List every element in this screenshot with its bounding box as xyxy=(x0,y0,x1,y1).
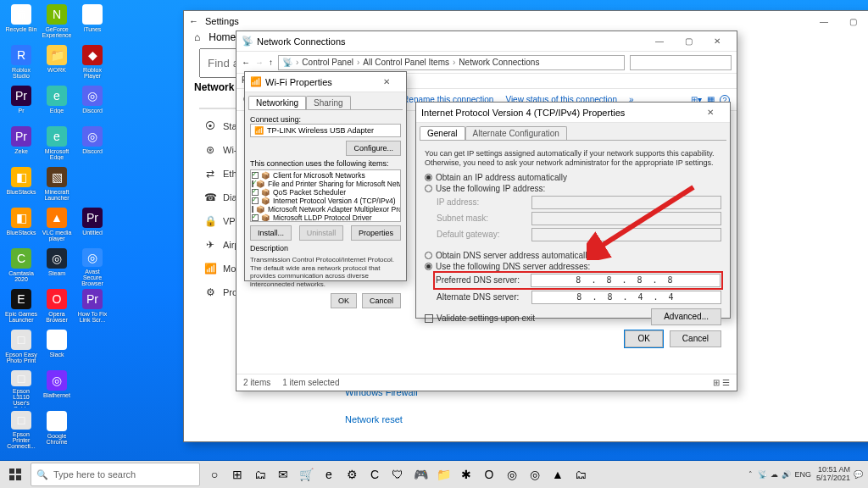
desktop-icon[interactable]: □Epson Easy Photo Print xyxy=(4,330,38,367)
items-listbox[interactable]: 📦Client for Microsoft Networks📦File and … xyxy=(250,169,401,222)
radio-ip-manual[interactable]: Use the following IP address: xyxy=(425,184,721,193)
advanced-button[interactable]: Advanced... xyxy=(651,308,721,325)
tray-icon[interactable]: 🔊 xyxy=(782,470,791,479)
desktop-icon[interactable]: PrUntitled xyxy=(75,208,109,245)
desktop-icon[interactable]: ◎Discord xyxy=(75,86,109,123)
desktop-icon[interactable]: eEdge xyxy=(40,86,74,123)
nav-up-icon[interactable]: ↑ xyxy=(269,58,273,67)
desktop-icon[interactable]: ◧BlueStacks xyxy=(4,167,38,204)
tab-alt-config[interactable]: Alternate Configuration xyxy=(465,126,567,140)
taskbar-app[interactable]: ○ xyxy=(203,463,225,486)
network-item[interactable]: 📦QoS Packet Scheduler xyxy=(252,188,399,197)
network-item[interactable]: 📦Client for Microsoft Networks xyxy=(252,171,399,180)
checkbox-icon[interactable] xyxy=(252,206,253,213)
desktop-icon[interactable]: □Epson L3110 User's Guide xyxy=(4,370,38,408)
close-icon[interactable]: ✕ xyxy=(696,103,725,122)
desktop-icon[interactable]: eMicrosoft Edge xyxy=(40,126,74,164)
checkbox-icon[interactable] xyxy=(252,214,259,221)
desktop-icon[interactable]: PrPr xyxy=(4,86,38,123)
taskbar-app[interactable]: 📁 xyxy=(432,463,454,486)
desktop-icon[interactable]: ▧Minecraft Launcher xyxy=(40,167,74,204)
desktop-icon[interactable]: □Epson Printer Connecti... xyxy=(4,411,38,448)
validate-checkbox[interactable]: Validate settings upon exit xyxy=(425,313,535,323)
taskbar-app[interactable]: C xyxy=(364,463,386,486)
desktop-icon[interactable]: OOpera Browser xyxy=(40,289,74,326)
desktop-icon[interactable] xyxy=(75,167,109,204)
taskbar-app[interactable]: e xyxy=(318,463,340,486)
taskbar-app[interactable]: ⊞ xyxy=(226,463,248,486)
minimize-icon[interactable]: — xyxy=(645,32,674,51)
network-item[interactable]: 📦Microsoft LLDP Protocol Driver xyxy=(252,214,399,222)
taskbar-app[interactable]: ✱ xyxy=(455,463,477,486)
notifications-icon[interactable]: 💬 xyxy=(854,470,863,479)
taskbar-app[interactable]: 🗂 xyxy=(249,463,271,486)
tray-icon[interactable]: 📡 xyxy=(758,470,767,479)
network-item[interactable]: 📦Internet Protocol Version 4 (TCP/IPv4) xyxy=(252,197,399,205)
desktop-icon[interactable]: ♫iTunes xyxy=(75,4,109,42)
desktop-icon[interactable]: ◧BlueStacks xyxy=(4,208,38,245)
ok-button[interactable]: OK xyxy=(331,293,357,308)
desktop-icon[interactable]: NGeForce Experience xyxy=(40,4,74,42)
taskbar-app[interactable]: ⚙ xyxy=(341,463,363,486)
taskbar-app[interactable]: ◎ xyxy=(501,463,523,486)
cancel-button[interactable]: Cancel xyxy=(362,293,401,308)
tray-icon[interactable]: ☁ xyxy=(771,470,778,479)
maximize-icon[interactable]: ▢ xyxy=(838,12,867,30)
view-mode-icons[interactable]: ⊞ ☰ xyxy=(713,378,730,387)
radio-dns-manual[interactable]: Use the following DNS server addresses: xyxy=(425,262,721,271)
desktop-icon[interactable]: ▲VLC media player xyxy=(40,208,74,245)
home-icon[interactable]: ⌂ xyxy=(194,31,200,43)
alternate-dns-input[interactable]: 8 . 8 . 4 . 4 xyxy=(531,291,721,304)
desktop-icon[interactable]: RRoblox Studio xyxy=(4,45,38,82)
tab-general[interactable]: General xyxy=(420,126,465,140)
configure-button[interactable]: Configure... xyxy=(346,141,401,156)
ok-button[interactable]: OK xyxy=(625,330,662,347)
close-icon[interactable]: ✕ xyxy=(703,32,732,51)
desktop-icon[interactable]: ◎Google Chrome xyxy=(40,411,74,448)
checkbox-icon[interactable] xyxy=(252,180,253,187)
taskbar-search[interactable]: 🔍Type here to search xyxy=(31,463,200,486)
desktop-icon[interactable]: ◎Blathernet xyxy=(40,370,74,408)
tray-chevron-icon[interactable]: ˄ xyxy=(748,470,753,479)
maximize-icon[interactable]: ▢ xyxy=(674,32,703,51)
desktop-icon[interactable]: ✱Slack xyxy=(40,330,74,367)
taskbar-app[interactable]: ✉ xyxy=(272,463,294,486)
desktop-icon[interactable]: PrZeke xyxy=(4,126,38,164)
desktop-icon[interactable]: 📁WORK xyxy=(40,45,74,82)
network-item[interactable]: 📦File and Printer Sharing for Microsoft … xyxy=(252,180,399,188)
desktop-icon[interactable]: ◆Roblox Player xyxy=(75,45,109,82)
tab-sharing[interactable]: Sharing xyxy=(306,96,350,109)
close-icon[interactable]: ✕ xyxy=(372,73,401,92)
properties-button[interactable]: Properties xyxy=(351,225,401,241)
desktop-icon[interactable]: CCamtasia 2020 xyxy=(4,248,38,286)
install-button[interactable]: Install... xyxy=(250,225,292,241)
breadcrumb[interactable]: 📡 › Control Panel › All Control Panel It… xyxy=(278,55,625,70)
checkbox-icon[interactable] xyxy=(252,189,259,196)
clock[interactable]: 10:51 AM 5/17/2021 xyxy=(816,466,850,483)
nav-fwd-icon[interactable]: → xyxy=(255,58,264,67)
tab-networking[interactable]: Networking xyxy=(248,96,306,109)
desktop-icon[interactable]: ◎Discord xyxy=(75,126,109,164)
taskbar-app[interactable]: ▲ xyxy=(547,463,569,486)
checkbox-icon[interactable] xyxy=(252,197,259,204)
network-item[interactable]: 📦Microsoft Network Adapter Multiplexor P… xyxy=(252,205,399,214)
desktop-icon[interactable]: EEpic Games Launcher xyxy=(4,289,38,326)
desktop-icon[interactable] xyxy=(75,330,109,367)
taskbar-app[interactable]: 🛒 xyxy=(295,463,317,486)
minimize-icon[interactable]: — xyxy=(810,12,838,30)
search-box[interactable] xyxy=(630,55,732,70)
nav-back-icon[interactable]: ← xyxy=(242,58,250,67)
uninstall-button[interactable]: Uninstall xyxy=(299,225,344,241)
taskbar-app[interactable]: ◎ xyxy=(524,463,546,486)
taskbar-app[interactable]: 🎮 xyxy=(409,463,431,486)
preferred-dns-input[interactable]: 8 . 8 . 8 . 8 xyxy=(531,274,721,287)
back-icon[interactable]: ← xyxy=(189,16,198,26)
desktop-icon[interactable]: ◎Avast Secure Browser xyxy=(75,248,109,286)
cancel-button[interactable]: Cancel xyxy=(670,330,721,347)
checkbox-icon[interactable] xyxy=(252,172,259,179)
tray-icon[interactable]: ENG xyxy=(794,470,811,479)
radio-dns-auto[interactable]: Obtain DNS server address automatically xyxy=(425,251,721,260)
taskbar-app[interactable]: 🛡 xyxy=(387,463,409,486)
taskbar-app[interactable]: O xyxy=(478,463,500,486)
link-network-reset[interactable]: Network reset xyxy=(345,406,868,433)
